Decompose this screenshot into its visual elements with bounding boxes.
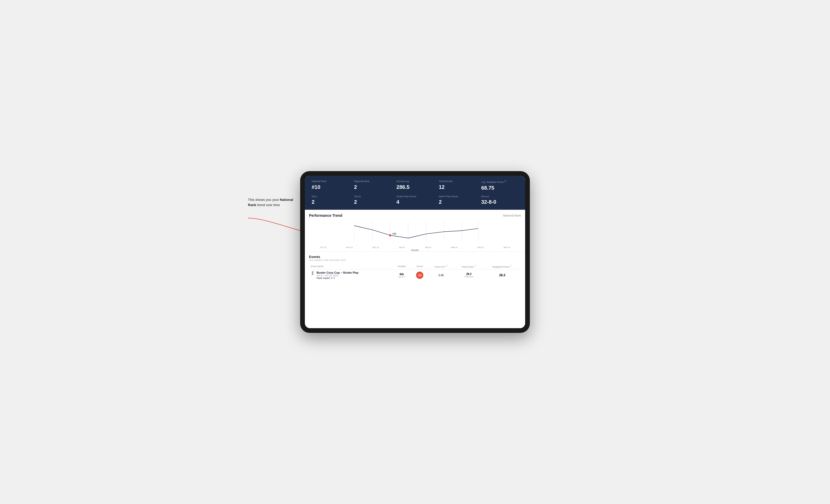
event-sg-info-icon: ⓘ — [446, 265, 448, 267]
performance-chart: #10 — [309, 220, 521, 245]
col-position: Position — [392, 264, 411, 269]
event-position-cell: 6th out of 7 — [392, 269, 411, 281]
score-badge: -22 — [416, 272, 423, 279]
stat-stroke-play: Stroke Play Events 4 — [394, 194, 436, 207]
col-event-sg: Event SG ⓘ — [428, 264, 454, 269]
events-table: Event Name Position Score Event SG — [309, 264, 521, 281]
table-row[interactable]: 🏌 Buster Cozy Cup – Stroke Play Oct 9 – … — [309, 269, 521, 281]
chart-x-axis-title: Months — [309, 249, 521, 251]
position-sub: out of 7 — [394, 276, 410, 278]
stat-wins-value: 2 — [312, 199, 349, 205]
col-score: Score — [411, 264, 428, 269]
stat-regional-rank-value: 2 — [354, 184, 391, 190]
stat-national-rank: National Rank #10 — [309, 178, 351, 193]
stat-top3s-label: Top 3s — [354, 195, 391, 198]
x-label-apr24: APR 24 — [468, 246, 494, 248]
col-weighted-points: Weighted Points ⓘ — [484, 264, 521, 269]
stat-scoring-avg-label: Scoring Avg. — [396, 180, 434, 183]
col-event-name: Event Name — [309, 264, 392, 269]
stat-total-rounds: Total Rounds 12 — [436, 178, 478, 193]
event-sg-value: 0.45 — [439, 274, 443, 277]
stat-avg-weighted-label: Avg. Weighted Points ⓘ — [481, 180, 518, 184]
col-total-points: Total Points ⓘ — [454, 264, 484, 269]
events-updated: Last updated: 24th November 2023 — [309, 259, 521, 261]
event-name-cell: 🏌 Buster Cozy Cup – Stroke Play Oct 9 – … — [309, 269, 392, 281]
weighted-points-value: 28.3 — [499, 273, 505, 277]
svg-point-9 — [389, 234, 391, 236]
stat-scoring-avg: Scoring Avg. 286.5 — [394, 178, 436, 193]
trend-header: Performance Trend National Rank — [309, 213, 521, 217]
x-label-mar24: MAR 24 — [441, 246, 468, 248]
total-points-cell: 28.3 3 Rounds — [454, 269, 484, 281]
stat-match-play: Match Play Events 2 — [436, 194, 478, 207]
rank-direction-badge: ▼ — [333, 277, 336, 279]
event-sg-cell: 0.45 — [428, 269, 454, 281]
tablet-screen: National Rank #10 Regional Rank 2 Scorin… — [305, 176, 525, 328]
stat-total-rounds-value: 12 — [439, 184, 476, 190]
weighted-points-cell: 28.3 — [484, 269, 521, 281]
stat-regional-rank: Regional Rank 2 — [351, 178, 393, 193]
stat-stroke-play-label: Stroke Play Events — [396, 195, 434, 198]
trend-title: Performance Trend — [309, 213, 343, 217]
events-title: Events — [309, 255, 521, 259]
chart-container: #10 OCT 23 NOV 23 DEC 23 JAN 24 FEB 24 M… — [309, 220, 521, 249]
x-label-dec23: DEC 23 — [362, 246, 389, 248]
x-label-may24: MAY 24 — [494, 246, 520, 248]
stat-wins-label: Wins — [312, 195, 349, 198]
stat-total-rounds-label: Total Rounds — [439, 180, 476, 183]
stat-national-rank-value: #10 — [312, 184, 349, 190]
x-label-oct23: OCT 23 — [310, 246, 337, 248]
stat-avg-weighted: Avg. Weighted Points ⓘ 68.75 — [479, 178, 521, 193]
annotation-suffix: trend over time — [256, 203, 280, 207]
annotation-text: This shows you your National Rank trend … — [248, 197, 297, 207]
chart-x-labels: OCT 23 NOV 23 DEC 23 JAN 24 FEB 24 MAR 2… — [309, 246, 521, 248]
total-points-info-icon: ⓘ — [474, 265, 476, 267]
stat-record-value: 32-8-0 — [481, 199, 518, 205]
stat-regional-rank-label: Regional Rank — [354, 180, 391, 183]
total-points-value: 28.3 — [456, 273, 482, 275]
stat-avg-weighted-value: 68.75 — [481, 185, 518, 191]
stat-record: Record 32-8-0 — [479, 194, 521, 207]
stats-header: National Rank #10 Regional Rank 2 Scorin… — [305, 176, 525, 210]
table-header-row: Event Name Position Score Event SG — [309, 264, 521, 269]
stat-match-play-label: Match Play Events — [439, 195, 476, 198]
trend-subtitle: National Rank — [503, 214, 521, 217]
total-rounds: 3 Rounds — [456, 275, 482, 278]
stat-stroke-play-value: 4 — [396, 199, 434, 205]
position-value: 6th — [394, 273, 410, 276]
stat-record-label: Record — [481, 195, 518, 198]
stat-scoring-avg-value: 286.5 — [396, 184, 434, 190]
rank-impact: Rank Impact: 3 ▼ — [317, 277, 359, 279]
event-name-main: Buster Cozy Cup – Stroke Play — [317, 271, 359, 274]
x-label-jan24: JAN 24 — [389, 246, 415, 248]
x-label-feb24: FEB 24 — [415, 246, 441, 248]
stat-national-rank-label: National Rank — [312, 180, 349, 183]
golf-icon: 🏌 — [311, 271, 315, 275]
tablet-frame: National Rank #10 Regional Rank 2 Scorin… — [300, 171, 530, 333]
stat-match-play-value: 2 — [439, 199, 476, 205]
event-date: Oct 9 – Oct 10, 2023 — [317, 274, 359, 277]
stat-top3s: Top 3s 2 — [351, 194, 393, 207]
annotation-prefix: This shows you your — [248, 198, 280, 202]
content-area[interactable]: National Rank #10 Regional Rank 2 Scorin… — [305, 176, 525, 328]
x-label-nov23: NOV 23 — [337, 246, 363, 248]
avg-weighted-info-icon: ⓘ — [504, 180, 506, 182]
events-section: Events Last updated: 24th November 2023 … — [305, 252, 525, 284]
weighted-points-info-icon: ⓘ — [510, 265, 512, 267]
svg-text:#10: #10 — [392, 232, 396, 235]
stat-top3s-value: 2 — [354, 199, 391, 205]
performance-trend-section: Performance Trend National Rank — [305, 210, 525, 252]
event-score-cell: -22 — [411, 269, 428, 281]
stat-wins: Wins 2 — [309, 194, 351, 207]
